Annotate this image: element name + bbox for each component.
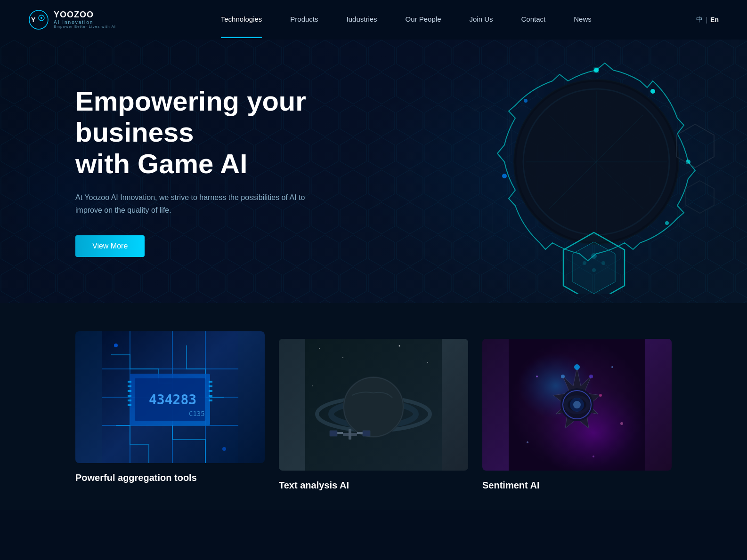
header: Y YOOZOO AI Innovation Empower Better Li…: [0, 0, 747, 40]
svg-point-12: [665, 221, 669, 225]
svg-point-10: [650, 89, 655, 94]
nav-item-technologies[interactable]: Technologies: [221, 15, 262, 25]
nav-item-industries[interactable]: Iudustries: [347, 15, 377, 25]
svg-point-26: [592, 268, 596, 272]
logo[interactable]: Y YOOZOO AI Innovation Empower Better Li…: [28, 9, 116, 30]
svg-point-24: [583, 261, 586, 265]
svg-point-23: [591, 253, 597, 259]
card-image-circuit: 434283 C135: [75, 331, 265, 463]
svg-point-84: [611, 366, 613, 368]
svg-point-82: [561, 375, 565, 378]
svg-point-83: [536, 376, 538, 377]
lang-separator: |: [706, 16, 707, 24]
svg-rect-68: [363, 431, 370, 436]
card-title-sentiment: Sentiment AI: [482, 480, 672, 491]
nav-item-contact[interactable]: Contact: [521, 15, 546, 25]
svg-rect-48: [209, 400, 212, 401]
svg-point-85: [620, 422, 623, 425]
svg-point-57: [427, 362, 428, 363]
svg-point-3: [41, 17, 42, 19]
spaceship-image: [482, 339, 672, 471]
svg-rect-46: [209, 390, 212, 392]
svg-point-25: [601, 261, 605, 265]
svg-point-55: [342, 357, 343, 358]
lang-zh[interactable]: 中: [696, 16, 703, 24]
svg-rect-39: [128, 385, 131, 387]
svg-point-14: [502, 174, 507, 178]
cards-section: 434283 C135 Powerful aggregation tools: [0, 303, 747, 510]
svg-text:Y: Y: [31, 16, 36, 24]
view-more-button[interactable]: View More: [75, 235, 145, 257]
svg-point-52: [222, 447, 226, 451]
hero-title: Empowering your business with Game AI: [75, 86, 367, 180]
gear-illustration: [361, 40, 747, 303]
svg-rect-42: [128, 400, 131, 401]
svg-point-56: [399, 345, 400, 347]
svg-rect-64: [349, 429, 351, 440]
nav-item-join-us[interactable]: Join Us: [469, 15, 493, 25]
main-nav: Technologies Products Iudustries Our Peo…: [221, 15, 592, 25]
svg-rect-47: [209, 395, 212, 397]
cards-grid: 434283 C135 Powerful aggregation tools: [75, 331, 672, 491]
satellite-image: [279, 339, 468, 471]
svg-rect-44: [209, 381, 212, 383]
card-image-satellite: [279, 339, 468, 471]
nav-item-news[interactable]: News: [574, 15, 592, 25]
card-sentiment: Sentiment AI: [482, 339, 672, 491]
card-image-spaceship: [482, 339, 672, 471]
lang-switcher: 中 | En: [696, 16, 719, 24]
nav-item-products[interactable]: Products: [290, 15, 318, 25]
card-aggregation: 434283 C135 Powerful aggregation tools: [75, 331, 265, 483]
svg-point-80: [589, 375, 593, 378]
svg-point-61: [343, 376, 404, 438]
svg-point-79: [574, 364, 580, 370]
svg-point-9: [594, 68, 599, 72]
svg-text:434283: 434283: [149, 392, 196, 408]
svg-point-86: [527, 441, 528, 443]
svg-point-78: [573, 401, 581, 408]
nav-item-our-people[interactable]: Our People: [406, 15, 441, 25]
svg-point-58: [312, 385, 313, 386]
svg-rect-67: [330, 431, 337, 436]
card-title-text-analysis: Text analysis AI: [279, 480, 468, 491]
svg-text:C135: C135: [189, 410, 205, 417]
svg-rect-45: [209, 385, 212, 387]
gear-svg: [474, 49, 719, 294]
svg-point-54: [319, 348, 320, 349]
logo-tagline: Empower Better Lives with AI: [54, 25, 116, 29]
lang-en[interactable]: En: [710, 16, 719, 24]
circuit-board-image: 434283 C135: [75, 331, 265, 463]
svg-point-81: [599, 394, 602, 397]
svg-point-87: [593, 456, 594, 457]
hero-section: Empowering your business with Game AI At…: [0, 40, 747, 303]
svg-rect-40: [128, 390, 131, 392]
logo-main: YOOZOO: [54, 10, 116, 20]
hero-content: Empowering your business with Game AI At…: [0, 86, 367, 257]
hero-description: At Yoozoo AI Innovation, we strive to ha…: [75, 191, 311, 216]
svg-rect-43: [128, 404, 131, 406]
svg-point-13: [524, 99, 528, 103]
card-title-aggregation: Powerful aggregation tools: [75, 472, 265, 483]
logo-text: YOOZOO AI Innovation Empower Better Live…: [54, 10, 116, 29]
svg-point-51: [114, 344, 118, 347]
logo-icon: Y: [28, 9, 49, 30]
svg-rect-41: [128, 395, 131, 397]
card-text-analysis: Text analysis AI: [279, 339, 468, 491]
svg-rect-38: [128, 381, 131, 383]
